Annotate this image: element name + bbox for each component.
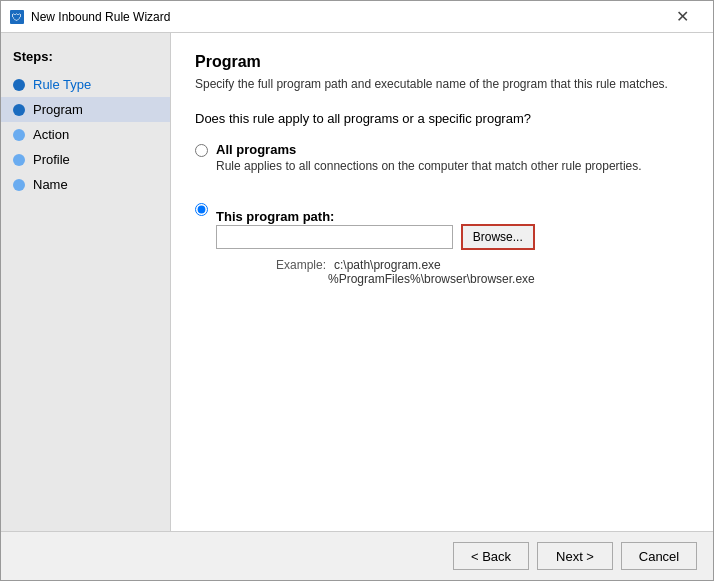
program-path-input[interactable] (216, 225, 453, 249)
question-text: Does this rule apply to all programs or … (195, 111, 689, 126)
program-path-section: This program path: Browse... Example:c:\… (216, 209, 535, 286)
title-bar: 🛡 New Inbound Rule Wizard ✕ (1, 1, 713, 33)
sidebar-item-profile: Profile (1, 147, 170, 172)
sidebar-item-program: Program (1, 97, 170, 122)
main-content: Program Specify the full program path an… (171, 33, 713, 531)
all-programs-desc: Rule applies to all connections on the c… (216, 159, 642, 173)
step-dot-program (13, 104, 25, 116)
browse-button[interactable]: Browse... (461, 224, 535, 250)
example-line2: %ProgramFiles%\browser\browser.exe (328, 272, 535, 286)
page-title: Program (195, 53, 689, 71)
this-path-radio[interactable] (195, 203, 208, 216)
back-button[interactable]: < Back (453, 542, 529, 570)
page-subtitle: Specify the full program path and execut… (195, 77, 689, 91)
footer: < Back Next > Cancel (1, 531, 713, 580)
next-button[interactable]: Next > (537, 542, 613, 570)
content-area: Steps: Rule Type Program Action Profile … (1, 33, 713, 531)
title-bar-text: New Inbound Rule Wizard (31, 10, 659, 24)
sidebar: Steps: Rule Type Program Action Profile … (1, 33, 171, 531)
sidebar-item-name: Name (1, 172, 170, 197)
sidebar-label-action: Action (33, 127, 69, 142)
sidebar-label-profile: Profile (33, 152, 70, 167)
cancel-button[interactable]: Cancel (621, 542, 697, 570)
this-path-label[interactable]: This program path: (216, 209, 334, 224)
window-icon: 🛡 (9, 9, 25, 25)
svg-text:🛡: 🛡 (12, 12, 22, 23)
all-programs-text: All programs Rule applies to all connect… (216, 142, 642, 173)
sidebar-title: Steps: (1, 49, 170, 72)
this-path-option: This program path: Browse... Example:c:\… (195, 201, 689, 286)
all-programs-label[interactable]: All programs (216, 142, 296, 157)
sidebar-label-rule-type: Rule Type (33, 77, 91, 92)
sidebar-item-action: Action (1, 122, 170, 147)
step-dot-action (13, 129, 25, 141)
step-dot-rule-type (13, 79, 25, 91)
sidebar-item-rule-type[interactable]: Rule Type (1, 72, 170, 97)
all-programs-radio[interactable] (195, 144, 208, 157)
example-label: Example: (276, 258, 326, 272)
close-button[interactable]: ✕ (659, 1, 705, 33)
program-path-row: Browse... (216, 224, 535, 250)
all-programs-option: All programs Rule applies to all connect… (195, 142, 689, 173)
sidebar-label-name: Name (33, 177, 68, 192)
sidebar-label-program: Program (33, 102, 83, 117)
step-dot-name (13, 179, 25, 191)
step-dot-profile (13, 154, 25, 166)
wizard-window: 🛡 New Inbound Rule Wizard ✕ Steps: Rule … (0, 0, 714, 581)
example-line1: c:\path\program.exe (334, 258, 441, 272)
example-text: Example:c:\path\program.exe %ProgramFile… (276, 258, 535, 286)
